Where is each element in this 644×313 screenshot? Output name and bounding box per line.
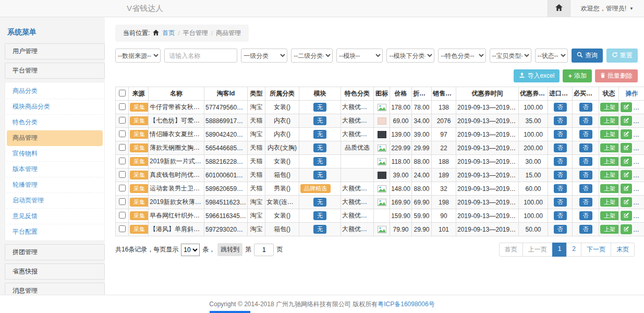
import-optimal-badge[interactable]: 否 (554, 198, 567, 207)
status-badge[interactable]: 上架 (600, 116, 619, 126)
pager-page-1[interactable]: 1 (552, 243, 567, 257)
pager-prev[interactable]: 上一页 (523, 243, 553, 257)
page-number-input[interactable] (254, 244, 274, 256)
filter-select-data-source[interactable]: --数据来源-- (115, 49, 161, 63)
row-checkbox[interactable] (119, 103, 126, 110)
edit-button[interactable] (621, 184, 632, 194)
row-checkbox[interactable] (119, 117, 126, 124)
must-buy-badge[interactable]: 否 (579, 198, 592, 207)
import-optimal-badge[interactable]: 否 (554, 130, 567, 139)
sidebar-item-2[interactable]: 商品分类 (7, 83, 103, 99)
add-button[interactable]: + 添加 (563, 69, 592, 82)
row-checkbox[interactable] (119, 185, 126, 191)
filter-select-module[interactable]: --模块-- (336, 49, 383, 63)
status-badge[interactable]: 上架 (600, 171, 619, 180)
edit-button[interactable] (621, 211, 632, 221)
user-menu[interactable]: 欢迎您，管理员! ▼ (570, 4, 644, 13)
per-page-select[interactable]: 10 (181, 244, 200, 256)
status-badge[interactable]: 上架 (600, 143, 619, 153)
must-buy-badge[interactable]: 否 (579, 211, 592, 221)
select-all-checkbox[interactable] (119, 90, 126, 97)
must-buy-badge[interactable]: 否 (579, 130, 592, 139)
import-optimal-badge[interactable]: 否 (554, 171, 567, 180)
import-excel-button[interactable]: 导入excel (514, 69, 560, 82)
filter-bar: --数据来源-- 一级分类--二级分类----模块----模块下分类----特色… (115, 49, 638, 63)
import-optimal-badge[interactable]: 否 (554, 103, 567, 112)
import-optimal-badge[interactable]: 否 (554, 211, 567, 221)
sidebar-item-4[interactable]: 特色分类 (7, 115, 103, 130)
filter-select-special-category[interactable]: --特色分类-- (438, 49, 485, 63)
edit-button[interactable] (621, 170, 632, 180)
filter-select-status[interactable]: --状态-- (535, 49, 568, 63)
row-checkbox[interactable] (119, 158, 126, 164)
cell-icon (374, 128, 390, 141)
sidebar-item-6[interactable]: 宣传物料 (7, 146, 103, 162)
cell-module: 品牌精选爱上运动 (299, 182, 341, 196)
jump-button[interactable]: 跳转到 (217, 243, 242, 256)
row-checkbox[interactable] (119, 130, 126, 137)
must-buy-badge[interactable]: 否 (579, 116, 592, 126)
cell-import-optimal: 否 (548, 168, 573, 182)
must-buy-badge[interactable]: 否 (579, 103, 592, 112)
row-checkbox[interactable] (119, 171, 126, 178)
pager-page-2[interactable]: 2 (566, 243, 581, 257)
filter-select-item-type[interactable]: --宝贝类型-- (490, 49, 531, 63)
must-buy-badge[interactable]: 否 (579, 143, 592, 153)
status-badge[interactable]: 上架 (600, 225, 619, 234)
home-button[interactable] (548, 0, 570, 17)
import-optimal-badge[interactable]: 否 (554, 225, 567, 234)
sidebar-item-0[interactable]: 用户管理 (5, 43, 105, 59)
sidebar-item-8[interactable]: 轮播管理 (7, 177, 103, 193)
product-photo (378, 117, 386, 125)
must-buy-badge[interactable]: 否 (579, 171, 592, 180)
sidebar-item-7[interactable]: 版本管理 (7, 162, 103, 177)
must-buy-badge[interactable]: 否 (579, 184, 592, 194)
edit-button[interactable] (621, 197, 632, 207)
cell-category: 内衣() (265, 128, 299, 141)
must-buy-badge[interactable]: 否 (579, 225, 592, 234)
edit-button[interactable] (621, 129, 632, 139)
edit-button[interactable] (621, 143, 632, 153)
breadcrumb-home-link[interactable]: 首页 (162, 29, 175, 38)
sidebar-item-1[interactable]: 平台管理 (5, 63, 105, 79)
filter-select-category-level2[interactable]: --二级分类-- (291, 49, 333, 63)
reset-button[interactable]: 重置 (606, 49, 638, 63)
sidebar-item-3[interactable]: 模块商品分类 (7, 99, 103, 115)
sidebar-item-13[interactable]: 省惠快报 (5, 263, 105, 280)
edit-button[interactable] (621, 224, 632, 234)
pager-last[interactable]: 末页 (611, 243, 635, 257)
import-optimal-badge[interactable]: 否 (554, 184, 567, 194)
status-badge[interactable]: 上架 (600, 157, 619, 166)
must-buy-badge[interactable]: 否 (579, 157, 592, 166)
status-badge[interactable]: 上架 (600, 103, 619, 112)
row-checkbox[interactable] (119, 225, 126, 232)
pager-first[interactable]: 首页 (499, 243, 523, 257)
status-badge[interactable]: 上架 (600, 198, 619, 207)
sidebar-item-10[interactable]: 意见反馈 (7, 209, 103, 224)
sidebar-item-11[interactable]: 平台配置 (7, 224, 103, 239)
icp-link[interactable]: 粤ICP备16098006号 (378, 300, 434, 309)
import-optimal-badge[interactable]: 否 (554, 116, 567, 126)
sidebar-item-12[interactable]: 拼团管理 (5, 244, 105, 260)
pager-next[interactable]: 下一页 (581, 243, 611, 257)
import-optimal-badge[interactable]: 否 (554, 143, 567, 153)
edit-button[interactable] (621, 102, 632, 112)
sidebar-item-9[interactable]: 启动页管理 (7, 193, 103, 209)
status-badge[interactable]: 上架 (600, 130, 619, 139)
search-button[interactable]: 查询 (572, 49, 603, 63)
row-checkbox[interactable] (119, 212, 126, 219)
import-optimal-badge[interactable]: 否 (554, 157, 567, 166)
row-checkbox[interactable] (119, 144, 126, 151)
edit-button[interactable] (621, 116, 632, 126)
status-badge[interactable]: 上架 (600, 211, 619, 221)
search-name-input[interactable] (164, 49, 237, 63)
filter-select-category-level1[interactable]: 一级分类 (241, 49, 287, 63)
row-checkbox[interactable] (119, 198, 126, 205)
edit-button[interactable] (621, 156, 632, 166)
batch-delete-button[interactable]: 批量删除 (595, 69, 638, 82)
cell-icon (374, 155, 390, 168)
sidebar-item-5[interactable]: 商品管理 (7, 130, 103, 146)
status-badge[interactable]: 上架 (600, 184, 619, 194)
image-placeholder-icon (378, 185, 386, 192)
filter-select-module-sub-category[interactable]: --模块下分类-- (386, 49, 434, 63)
